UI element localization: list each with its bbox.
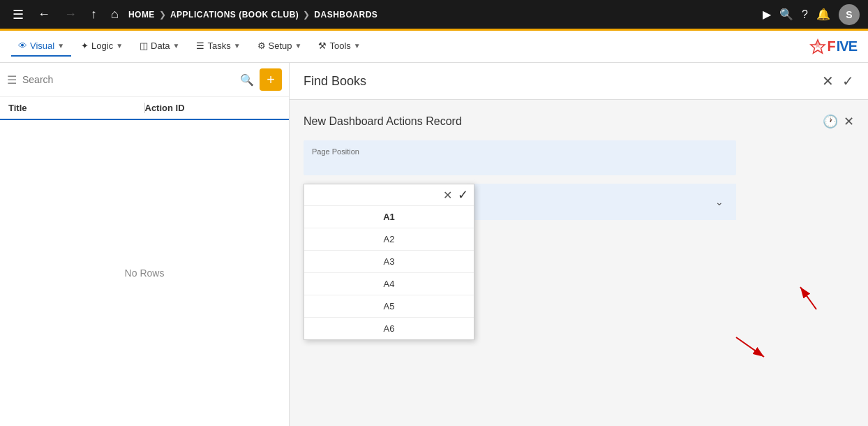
find-books-actions: ✕ ✓ [822,73,854,89]
search-bar: ☰ 🔍 + [0,63,289,97]
breadcrumb-home[interactable]: HOME [128,10,155,20]
dropdown-close-btn[interactable]: ✕ [443,189,452,202]
action-field-row: Action * ⌄ ✕ ✓ A1 A2 [304,184,736,220]
svg-marker-1 [814,40,821,48]
play-icon[interactable]: ▶ [763,8,771,21]
action-dropdown: ✕ ✓ A1 A2 A3 A4 A5 A6 [304,184,474,340]
action-field-container: Action * ⌄ ✕ ✓ A1 A2 [304,184,736,220]
col-action-header: Action ID [145,103,281,113]
chevron-down-icon-tasks: ▼ [234,42,241,50]
record-title: New Dashboard Actions Record [304,115,462,128]
no-rows-message: No Rows [0,120,289,426]
dropdown-item-a3[interactable]: A3 [304,251,474,273]
annotation-arrows [694,254,868,393]
chevron-down-icon-logic: ▼ [116,42,123,50]
nav-item-logic[interactable]: ✦ Logic ▼ [74,36,130,57]
sec-nav-left: 👁 Visual ▼ ✦ Logic ▼ ◫ Data ▼ ☰ Tasks ▼ … [11,36,368,57]
nav-label-tasks: Tasks [207,41,230,51]
record-actions: 🕐 ✕ [823,114,854,129]
gear-icon: ⚙ [257,41,266,51]
five-logo: FIVE [809,38,857,55]
secondary-navigation: 👁 Visual ▼ ✦ Logic ▼ ◫ Data ▼ ☰ Tasks ▼ … [0,31,868,63]
nav-item-data[interactable]: ◫ Data ▼ [133,36,186,57]
search-icon[interactable]: 🔍 [779,8,793,21]
breadcrumb-app[interactable]: APPLICATIONS (BOOK CLUB) [170,10,299,20]
search-magnifier-icon[interactable]: 🔍 [240,73,254,87]
chevron-down-icon-visual: ▼ [57,42,64,50]
filter-icon: ☰ [7,73,17,87]
five-logo-icon [809,38,826,55]
eye-icon: 👁 [18,41,27,51]
nav-label-setup: Setup [269,41,292,51]
svg-line-3 [736,337,764,357]
breadcrumb-dashboards[interactable]: DASHBOARDS [314,10,377,20]
breadcrumb: ⌂ HOME ❯ APPLICATIONS (BOOK CLUB) ❯ DASH… [107,4,757,24]
nav-label-tools: Tools [329,41,350,51]
dropdown-item-a4[interactable]: A4 [304,273,474,295]
dropdown-item-a1[interactable]: A1 [304,206,474,228]
nav-item-tools[interactable]: ⚒ Tools ▼ [311,36,367,57]
dropdown-toolbar: ✕ ✓ [304,184,474,206]
add-button[interactable]: + [260,68,282,91]
forward-icon[interactable]: → [60,4,81,24]
record-header: New Dashboard Actions Record 🕐 ✕ [304,114,854,129]
back-icon[interactable]: ← [33,4,54,24]
main-area: ☰ 🔍 + Title Action ID No Rows Find Books… [0,63,868,426]
dropdown-confirm-btn[interactable]: ✓ [458,187,468,203]
dropdown-arrow-btn[interactable]: ⌄ [711,193,728,210]
sidebar: ☰ 🔍 + Title Action ID No Rows [0,63,290,426]
chevron-down-icon-setup: ▼ [295,42,302,50]
table-header: Title Action ID [0,97,289,120]
tools-icon: ⚒ [318,41,327,51]
tasks-icon: ☰ [196,41,204,51]
nav-label-visual: Visual [30,41,54,51]
breadcrumb-sep-2: ❯ [303,10,310,20]
dropdown-item-a2[interactable]: A2 [304,228,474,251]
history-icon[interactable]: 🕐 [823,114,838,129]
notification-icon[interactable]: 🔔 [816,8,830,21]
page-position-label: Page Position [312,147,728,156]
grid-icon: ◫ [140,41,148,51]
svg-line-4 [800,287,816,309]
top-navigation: ☰ ← → ↑ ⌂ HOME ❯ APPLICATIONS (BOOK CLUB… [0,0,868,31]
close-record-button[interactable]: ✕ [844,114,854,129]
dropdown-item-a6[interactable]: A6 [304,318,474,339]
help-icon[interactable]: ? [802,8,808,21]
five-logo-text: F [828,38,835,54]
col-title-header: Title [8,103,144,113]
nav-label-logic: Logic [91,41,113,51]
find-books-title: Find Books [304,74,366,89]
find-books-header: Find Books ✕ ✓ [290,63,868,100]
nav-item-tasks[interactable]: ☰ Tasks ▼ [189,36,247,57]
up-icon[interactable]: ↑ [87,4,101,24]
nav-item-visual[interactable]: 👁 Visual ▼ [11,36,71,57]
five-logo-text2: IVE [837,38,857,54]
nav-item-setup[interactable]: ⚙ Setup ▼ [250,36,309,57]
top-nav-right: ▶ 🔍 ? 🔔 S [763,4,860,25]
menu-icon[interactable]: ☰ [8,4,28,25]
page-position-input[interactable] [312,157,728,168]
chevron-down-icon-data: ▼ [173,42,180,50]
page-position-field: Page Position [304,140,736,175]
right-panel: Find Books ✕ ✓ New Dashboard Actions Rec… [290,63,868,426]
search-input[interactable] [22,74,234,85]
home-icon[interactable]: ⌂ [107,4,123,24]
dropdown-item-a5[interactable]: A5 [304,295,474,318]
close-button-top[interactable]: ✕ [822,73,834,89]
avatar[interactable]: S [839,4,860,25]
chevron-down-icon-tools: ▼ [354,42,361,50]
form-area: New Dashboard Actions Record 🕐 ✕ Page Po… [290,100,868,426]
logic-icon: ✦ [81,41,89,51]
breadcrumb-sep-1: ❯ [159,10,166,20]
confirm-button-top[interactable]: ✓ [842,73,854,89]
nav-label-data: Data [151,41,170,51]
